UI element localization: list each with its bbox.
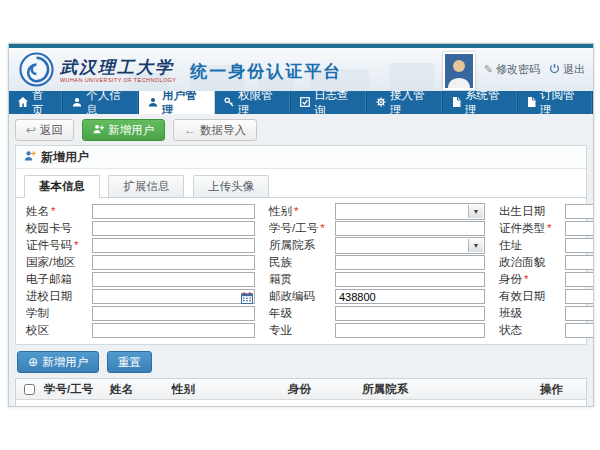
logout-label: 退出 — [563, 62, 585, 77]
toolbar: ↩ 返回 新增用户 ← 数据导入 — [9, 114, 593, 145]
field-label: 有效日期 — [499, 290, 545, 302]
submit-add-user-button[interactable]: ⊕ 新增用户 — [17, 351, 99, 373]
panel-title: 新增用户 — [41, 149, 89, 166]
field-label: 政治面貌 — [499, 256, 545, 268]
field-postal-code: 邮政编码 — [269, 288, 485, 305]
new-user-panel: 新增用户 基本信息 扩展信息 上传头像 姓名* 性别* ▼ — [15, 145, 587, 345]
postal-code-input[interactable] — [335, 289, 485, 304]
logs-icon — [300, 97, 310, 109]
col-name: 姓名 — [108, 382, 170, 397]
identity-input[interactable] — [565, 272, 593, 287]
power-icon — [549, 63, 560, 76]
required-mark: * — [51, 205, 55, 217]
campus-card-input[interactable] — [92, 221, 255, 236]
nav-profile[interactable]: 个人信息 — [63, 91, 139, 114]
native-place-input[interactable] — [335, 272, 485, 287]
access-icon — [376, 97, 386, 109]
profile-icon — [72, 97, 82, 109]
nav-label: 系统管理 — [465, 88, 508, 118]
calendar-icon[interactable] — [241, 290, 253, 308]
change-password-link[interactable]: ✎ 修改密码 — [484, 62, 540, 77]
nav-system[interactable]: 系统管理 — [443, 91, 518, 114]
col-gender: 性别 — [170, 382, 286, 397]
field-gender: 性别* ▼ — [269, 203, 485, 220]
campus-input[interactable] — [92, 323, 255, 338]
nav-subscriptions[interactable]: 订阅管理 — [518, 91, 593, 114]
status-input[interactable] — [565, 323, 593, 338]
field-class: 班级 — [499, 305, 593, 322]
ethnicity-input[interactable] — [335, 255, 485, 270]
field-id-type: 证件类型* — [499, 220, 593, 237]
name-input[interactable] — [92, 204, 255, 219]
field-label: 邮政编码 — [269, 290, 315, 302]
col-department: 所属院系 — [360, 382, 538, 397]
email-input[interactable] — [92, 272, 255, 287]
subscribe-icon — [527, 97, 536, 109]
grade-input[interactable] — [335, 306, 485, 321]
tab-upload-avatar[interactable]: 上传头像 — [193, 175, 269, 197]
field-identity: 身份* — [499, 271, 593, 288]
field-campus-card: 校园卡号 — [26, 220, 255, 237]
valid-date-input[interactable] — [565, 289, 593, 304]
select-all-checkbox[interactable] — [24, 384, 35, 395]
tab-basic-info[interactable]: 基本信息 — [24, 175, 100, 198]
field-address: 住址 — [499, 237, 593, 254]
content-area: ↩ 返回 新增用户 ← 数据导入 新增用户 基本信息 — [9, 114, 593, 406]
nav-access[interactable]: 接入管理 — [367, 91, 443, 114]
col-actions: 操作 — [538, 382, 586, 397]
field-label: 专业 — [269, 324, 292, 336]
submit-add-user-label: 新增用户 — [42, 355, 88, 369]
logout-link[interactable]: 退出 — [549, 62, 585, 77]
department-select[interactable]: ▼ — [335, 237, 485, 254]
id-number-input[interactable] — [92, 238, 255, 253]
field-name: 姓名* — [26, 203, 255, 220]
col-identity: 身份 — [286, 382, 360, 397]
reset-label: 重置 — [118, 355, 141, 369]
field-status: 状态 — [499, 322, 593, 339]
nav-label: 日志查询 — [314, 88, 357, 118]
nav-label: 接入管理 — [390, 88, 433, 118]
major-input[interactable] — [335, 323, 485, 338]
add-user-toolbar-button[interactable]: 新增用户 — [82, 119, 165, 141]
field-birth-date: 出生日期 — [499, 203, 593, 220]
schooling-length-input[interactable] — [92, 306, 255, 321]
field-label: 学制 — [26, 307, 49, 319]
change-password-label: 修改密码 — [496, 62, 540, 77]
reset-button[interactable]: 重置 — [107, 351, 152, 373]
back-button[interactable]: ↩ 返回 — [15, 119, 74, 141]
country-region-input[interactable] — [92, 255, 255, 270]
person-plus-icon — [24, 150, 36, 165]
nav-home[interactable]: 首页 — [9, 91, 63, 114]
birth-date-input[interactable] — [565, 204, 593, 219]
field-schooling-length: 学制 — [26, 305, 255, 322]
id-type-input[interactable] — [565, 221, 593, 236]
main-nav: 首页 个人信息 用户管理 权限管理 日志查询 接入管理 — [9, 91, 593, 114]
field-label: 国家/地区 — [26, 256, 75, 268]
field-label: 性别 — [269, 205, 292, 217]
field-department: 所属院系 ▼ — [269, 237, 485, 254]
field-label: 所属院系 — [269, 239, 315, 251]
gender-select[interactable]: ▼ — [335, 203, 485, 220]
nav-logs[interactable]: 日志查询 — [291, 91, 367, 114]
tab-extended-info[interactable]: 扩展信息 — [108, 175, 184, 197]
university-name-en: WUHAN UNIVERSITY OF TECHNOLOGY — [60, 78, 176, 84]
class-input[interactable] — [565, 306, 593, 321]
user-avatar — [443, 52, 475, 90]
platform-title: 统一身份认证平台 — [190, 60, 342, 83]
data-import-button[interactable]: ← 数据导入 — [173, 119, 257, 141]
field-label: 身份 — [499, 273, 522, 285]
data-import-label: 数据导入 — [200, 123, 246, 137]
tabs: 基本信息 扩展信息 上传头像 — [16, 169, 586, 198]
field-valid-date: 有效日期 — [499, 288, 593, 305]
add-user-icon — [93, 123, 104, 137]
university-name-cn: 武汉理工大学 — [60, 59, 176, 76]
field-label: 证件号码 — [26, 239, 72, 251]
field-student-id: 学号/工号* — [269, 220, 485, 237]
users-table: 学号/工号 姓名 性别 身份 所属院系 操作 — [15, 378, 587, 406]
nav-permissions[interactable]: 权限管理 — [215, 91, 291, 114]
nav-user-management[interactable]: 用户管理 — [139, 91, 215, 114]
political-status-input[interactable] — [565, 255, 593, 270]
entry-date-input[interactable] — [92, 289, 255, 304]
student-id-input[interactable] — [335, 221, 485, 236]
address-input[interactable] — [565, 238, 593, 253]
